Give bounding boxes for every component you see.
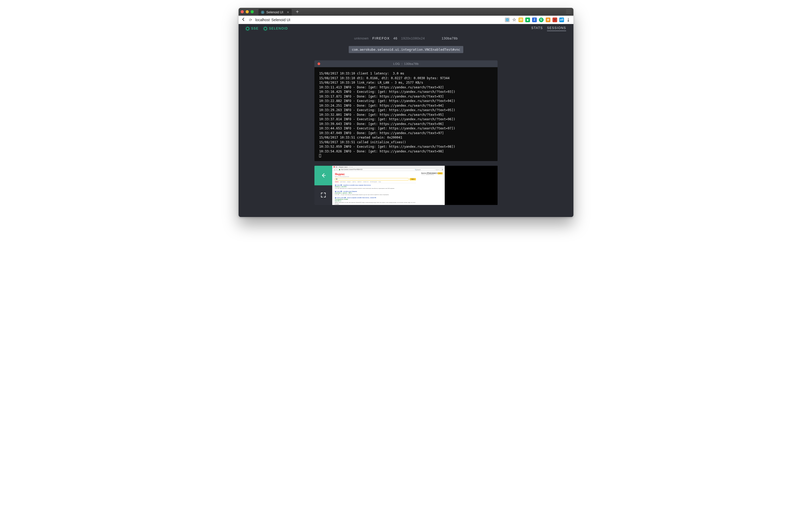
ext-weather-icon[interactable]: 20 [519,18,523,22]
tab-close-button[interactable]: × [287,10,289,14]
nav-stats-link[interactable]: STATS [531,26,543,31]
log-title-id: 130ba78b [404,62,419,65]
test-name-badge: com.aerokube.selenoid.ui.integration.VNC… [349,46,463,53]
window-menu-icon[interactable] [566,10,571,14]
browser-toolbar: ⟳ localhost Selenoid UI 🌐 ☆ 20 ◆ Z G ✿ 🐞… [239,16,573,24]
new-tab-button[interactable]: + [294,9,301,15]
remote-create-account: Создать аккаунт [427,172,437,174]
log-title-sep: :: [401,62,403,65]
address-host: localhost [255,18,270,22]
reload-button[interactable]: ⟳ [249,18,252,22]
window-zoom-button[interactable] [251,10,254,13]
session-browser: FIREFOX [372,37,389,40]
status-sse: SSE [246,27,258,30]
log-title-prefix: LOG [393,62,400,65]
session-header: unknown FIREFOX 46 1920x1080x24 130ba78b [239,37,573,40]
status-selenoid-label: SELENOID [269,27,288,30]
ext-adblock-icon[interactable]: ◆ [525,18,530,22]
session-id: 130ba78b [442,37,458,40]
session-resolution: 1920x1080x24 [401,37,425,40]
ext-grammarly-icon[interactable]: G [539,18,544,22]
log-body[interactable]: 15/08/2017 10:33:10 client 1 latency: 3.… [314,67,498,161]
record-dot-icon [318,62,320,65]
traffic-lights [241,10,254,13]
titlebar: Selenoid UI × + [239,8,573,16]
bookmark-star-icon[interactable]: ☆ [512,18,516,22]
vnc-fullscreen-button[interactable] [314,185,332,205]
ext-bug-icon[interactable]: 🐞 [552,18,557,22]
remote-login: Войти [438,172,443,174]
app-viewport: SSE SELENOID STATS SESSIONS unknown FIRE… [239,24,573,217]
vnc-back-button[interactable] [314,166,332,185]
session-version: 46 [394,37,397,40]
session-unknown-label: unknown [354,37,369,40]
address-bar[interactable]: localhost Selenoid UI [255,18,290,22]
status-selenoid: SELENOID [264,27,288,30]
vnc-panel: 98 — Яндекс: нашл… ×+ ◂ ▸ ⟳ ⌂ https://ya… [314,166,498,205]
vnc-screen[interactable]: 98 — Яндекс: нашл… ×+ ◂ ▸ ⟳ ⌂ https://ya… [332,166,498,205]
yandex-logo: Яндекс [335,173,416,176]
react-icon [261,10,265,14]
svg-point-0 [262,12,263,13]
remote-results: ◉ Lines 98 - играйте в онлайн игру шарик… [335,184,416,205]
status-dot-icon [246,27,249,30]
address-page-title: Selenoid UI [271,18,290,22]
ext-off-icon[interactable]: off [559,18,564,22]
vnc-sidebar [314,166,332,205]
log-header: LOG :: 130ba78b [314,60,498,67]
remote-search-button: Найти [410,178,416,180]
window-minimize-button[interactable] [245,10,249,13]
ext-translate-icon[interactable]: 🌐 [505,18,510,22]
nav-sessions-link[interactable]: SESSIONS [547,26,566,31]
browser-window: Selenoid UI × + ⟳ localhost Selenoid UI … [239,8,573,217]
status-sse-label: SSE [251,27,258,30]
vnc-remote-page: 98 — Яндекс: нашл… ×+ ◂ ▸ ⟳ ⌂ https://ya… [332,166,445,205]
remote-tab-title: 98 — Яндекс: нашл… [336,166,349,168]
window-close-button[interactable] [241,10,244,13]
extensions-row: 🌐 ☆ 20 ◆ Z G ✿ 🐞 off ⭳ [505,18,571,22]
ext-paw-icon[interactable]: ✿ [546,18,550,22]
back-button[interactable] [241,17,246,23]
favicon-icon [334,166,335,168]
status-dot-icon [264,27,267,30]
yandex-brand-sub: Нашлось 98 млн результатов [335,176,416,177]
tab-title: Selenoid UI [266,10,283,14]
lock-icon [339,169,340,170]
downloads-icon[interactable]: ⭳ [566,18,571,22]
top-nav: SSE SELENOID STATS SESSIONS [239,24,573,33]
ext-z-icon[interactable]: Z [532,18,537,22]
remote-search-tabs: ПОИСККАРТИНКИВИДЕОКАРТЫМАРКЕТНОВОСТИПЕРЕ… [335,181,416,182]
remote-search-input: 98 [335,178,409,180]
remote-url: https://yandex.ru/search/?text=98&lr=213 [341,169,404,170]
browser-tab[interactable]: Selenoid UI × [258,9,292,16]
log-panel: LOG :: 130ba78b 15/08/2017 10:33:10 clie… [314,60,498,161]
